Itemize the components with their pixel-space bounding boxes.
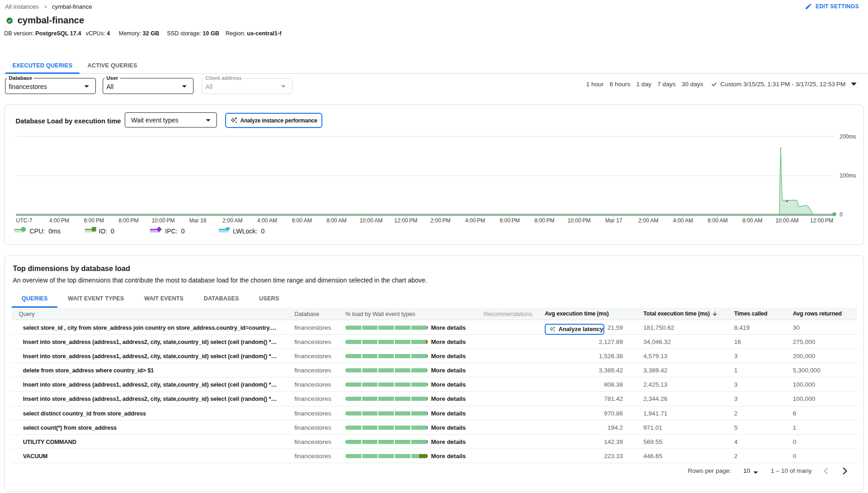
svg-text:12:00 PM: 12:00 PM: [810, 217, 833, 224]
svg-text:10:00 PM: 10:00 PM: [568, 217, 591, 224]
svg-text:100ms: 100ms: [840, 172, 856, 179]
svg-text:2:00 AM: 2:00 AM: [638, 217, 658, 224]
svg-text:2:00 AM: 2:00 AM: [222, 217, 243, 224]
svg-text:6:00 AM: 6:00 AM: [292, 217, 312, 224]
svg-text:10:00 PM: 10:00 PM: [152, 217, 175, 224]
svg-text:Mar 16: Mar 16: [189, 217, 207, 224]
svg-text:8:00 AM: 8:00 AM: [742, 217, 763, 224]
svg-text:0: 0: [840, 211, 843, 218]
svg-text:12:00 PM: 12:00 PM: [394, 217, 417, 224]
svg-text:8:00 AM: 8:00 AM: [326, 217, 347, 224]
svg-text:UTC-7: UTC-7: [16, 217, 33, 224]
svg-text:4:00 AM: 4:00 AM: [257, 217, 277, 224]
svg-text:4:00 PM: 4:00 PM: [49, 217, 69, 224]
svg-text:8:00 PM: 8:00 PM: [119, 217, 139, 224]
svg-text:6:00 PM: 6:00 PM: [84, 217, 104, 224]
svg-text:10:00 AM: 10:00 AM: [359, 217, 382, 224]
svg-text:Mar 17: Mar 17: [605, 217, 623, 224]
svg-text:200ms: 200ms: [840, 133, 856, 140]
svg-text:4:00 PM: 4:00 PM: [465, 217, 485, 224]
svg-text:6:00 PM: 6:00 PM: [500, 217, 520, 224]
svg-text:4:00 AM: 4:00 AM: [673, 217, 693, 224]
svg-text:6:00 AM: 6:00 AM: [708, 217, 728, 224]
svg-text:10:00 AM: 10:00 AM: [775, 217, 798, 224]
svg-text:8:00 PM: 8:00 PM: [534, 217, 554, 224]
svg-text:2:00 PM: 2:00 PM: [431, 217, 451, 224]
